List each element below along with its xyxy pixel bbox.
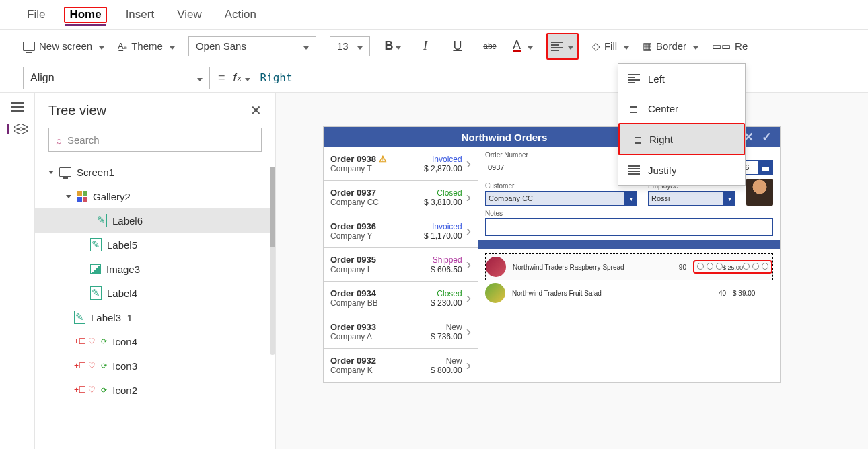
warning-icon: ⚠ [379,154,387,164]
tree-label: Gallery2 [93,191,131,202]
line-item[interactable]: Northwind Traders Fruit Salad40$ 39.00 [485,280,773,306]
chevron-right-icon: › [466,155,471,173]
search-input[interactable]: ⌕ Search [48,128,262,152]
chevron-down-icon [690,40,698,52]
order-row[interactable]: Order 0937Company CCClosed$ 3,810.00› [324,181,478,214]
order-row[interactable]: Order 0933Company ANew$ 736.00› [324,315,478,349]
menu-home[interactable]: Home [65,5,105,26]
align-center[interactable]: Center [618,93,745,123]
selected-label-handles[interactable]: $ 25.00 [693,260,772,274]
new-screen-button[interactable]: New screen [23,40,104,52]
ribbon: New screen A̲ₐ Theme Open Sans 13 B I U … [0,30,868,63]
fill-icon: ◇ [592,40,600,52]
bold-button[interactable]: B [384,37,402,56]
equals-label: = [218,71,225,85]
chevron-down-icon [565,40,573,52]
svg-marker-1 [14,128,28,134]
order-name: Order 0935 [330,255,431,265]
scrollbar[interactable] [270,167,275,355]
chevron-down-icon [167,40,175,52]
tree-label5[interactable]: Label5 [48,233,262,257]
order-company: Company CC [330,198,424,207]
tree-label6[interactable]: Label6 [35,208,275,233]
font-select[interactable]: Open Sans [188,36,316,56]
tree-icon3[interactable]: +☐⟳Icon3 [48,354,262,378]
chevron-down-icon[interactable]: ▾ [625,191,637,206]
font-size-value: 13 [337,40,349,52]
order-status: New [431,323,462,332]
image-icon [90,264,101,274]
calendar-icon[interactable] [758,160,773,175]
close-icon[interactable]: ✕ [250,102,262,118]
chevron-right-icon: › [466,357,471,374]
strikethrough-button[interactable]: abc [480,37,499,56]
menu-file[interactable]: File [23,5,49,24]
item-price: $ 39.00 [733,290,773,297]
font-color-button[interactable]: A [513,40,533,52]
order-status: Closed [424,188,462,198]
menu-view[interactable]: View [173,5,206,24]
side-strip [0,93,35,449]
save-icon[interactable]: ✓ [762,130,772,145]
theme-button[interactable]: A̲ₐ Theme [118,40,175,52]
highlight-right: Right [618,123,745,155]
tree-screen1[interactable]: Screen1 [48,160,262,184]
order-row[interactable]: Order 0932Company KNew$ 800.00› [324,349,478,382]
property-select[interactable]: Align [23,67,210,89]
tree-gallery2[interactable]: Gallery2 [48,184,262,208]
tree-label4[interactable]: Label4 [48,281,262,305]
chevron-down-icon [525,40,533,52]
tree-label: Icon4 [112,336,137,348]
tree-label: Label3_1 [91,312,133,323]
employee-select[interactable]: Rossi [648,191,723,206]
order-company: Company K [330,366,431,375]
border-button[interactable]: ▦ Border [643,40,698,52]
menu-insert[interactable]: Insert [122,5,159,24]
tree-icon2[interactable]: +☐⟳Icon2 [48,378,262,402]
reorder-button[interactable]: ▭▭ Re [712,40,748,52]
menu-action[interactable]: Action [221,5,260,24]
align-justify[interactable]: Justify [618,155,745,185]
customer-select[interactable]: Company CC [485,191,625,206]
align-right[interactable]: Right [620,124,744,154]
plus-icon: +☐ [74,361,96,370]
tree-label: Label6 [112,215,143,227]
label-icon [90,238,102,251]
order-amount: $ 230.00 [431,298,462,308]
order-company: Company A [330,332,431,341]
order-amount: $ 736.00 [431,332,462,341]
order-row[interactable]: Order 0935Company IShipped$ 606.50› [324,248,478,282]
chevron-down-icon [194,72,203,84]
line-item[interactable]: Northwind Traders Raspberry Spread90$ 25… [485,253,773,280]
svg-marker-0 [14,124,28,130]
tree-icon4[interactable]: +☐⟳Icon4 [48,329,262,354]
underline-button[interactable]: U [448,37,467,56]
font-color-icon: A [513,40,521,52]
align-menu: Left Center Right Justify [618,63,746,186]
font-size-select[interactable]: 13 [330,36,370,56]
caret-icon [48,171,54,174]
items-header-bar [478,240,780,249]
align-button[interactable] [548,34,577,58]
caret-icon [66,195,71,198]
order-row[interactable]: Order 0934Company BBClosed$ 230.00› [324,282,478,315]
tree-label3-1[interactable]: Label3_1 [48,305,262,329]
fx-button[interactable]: fx [233,72,251,84]
fill-button[interactable]: ◇ Fill [592,40,629,52]
align-left-icon [628,74,640,83]
chevron-down-icon[interactable]: ▾ [723,191,735,206]
chevron-right-icon: › [466,290,471,307]
formula-input[interactable]: Right [260,71,292,84]
tree-image3[interactable]: Image3 [48,257,262,281]
tree-title: Tree view [48,103,106,118]
order-row[interactable]: Order 0938 ⚠Company TInvoiced$ 2,870.00› [324,147,478,181]
svg-rect-3 [762,165,769,167]
order-amount: $ 1,170.00 [424,231,462,241]
tree-view-icon[interactable] [7,124,28,134]
hamburger-icon[interactable] [11,102,24,112]
property-value: Align [30,72,55,84]
notes-field[interactable] [485,218,773,236]
italic-button[interactable]: I [416,37,435,56]
align-left[interactable]: Left [618,64,745,93]
order-row[interactable]: Order 0936Company YInvoiced$ 1,170.00› [324,214,478,248]
